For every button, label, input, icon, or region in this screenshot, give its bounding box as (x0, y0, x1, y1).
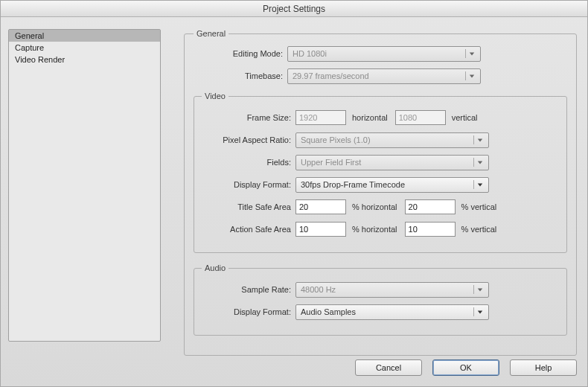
dialog-button-row: Cancel OK Help (355, 359, 577, 376)
pixel-aspect-dropdown: Square Pixels (1.0) (295, 132, 489, 148)
frame-size-label: Frame Size: (202, 113, 291, 122)
fields-value: Upper Field First (301, 158, 361, 167)
timebase-dropdown: 29.97 frames/second (287, 68, 481, 84)
sidebar-item-capture[interactable]: Capture (9, 42, 160, 54)
sidebar-item-video-render[interactable]: Video Render (9, 54, 160, 65)
action-safe-h-input[interactable] (295, 222, 346, 237)
chevron-down-icon (473, 158, 485, 167)
action-safe-v-input[interactable] (405, 222, 456, 237)
window-title: Project Settings (1, 1, 587, 17)
fields-dropdown: Upper Field First (295, 155, 489, 170)
ok-button[interactable]: OK (432, 359, 499, 376)
action-safe-label: Action Safe Area (202, 225, 291, 234)
editing-mode-dropdown: HD 1080i (287, 46, 481, 62)
fields-label: Fields: (202, 158, 291, 167)
video-display-format-label: Display Format: (202, 180, 291, 189)
audio-display-format-dropdown[interactable]: Audio Samples (295, 304, 489, 320)
title-safe-label: Title Safe Area (202, 202, 291, 211)
chevron-down-icon (473, 180, 485, 189)
editing-mode-value: HD 1080i (293, 49, 327, 58)
frame-width-input (295, 110, 346, 125)
chevron-down-icon (465, 71, 477, 80)
frame-height-input (395, 110, 446, 125)
sample-rate-dropdown: 48000 Hz (295, 282, 489, 298)
chevron-down-icon (473, 285, 485, 294)
title-safe-v-unit: % vertical (461, 202, 497, 211)
timebase-value: 29.97 frames/second (293, 71, 369, 80)
title-safe-v-input[interactable] (405, 199, 456, 214)
video-display-format-dropdown[interactable]: 30fps Drop-Frame Timecode (295, 177, 489, 193)
help-button[interactable]: Help (510, 359, 577, 376)
general-panel: General Editing Mode: HD 1080i Timebase:… (172, 23, 580, 349)
video-group: Video Frame Size: horizontal vertical Pi… (194, 92, 567, 253)
action-safe-v-unit: % vertical (461, 225, 497, 234)
title-safe-h-unit: % horizontal (352, 202, 397, 211)
audio-display-format-label: Display Format: (202, 307, 291, 316)
sample-rate-label: Sample Rate: (202, 285, 291, 294)
timebase-label: Timebase: (194, 71, 283, 80)
editing-mode-label: Editing Mode: (194, 49, 283, 58)
video-legend: Video (202, 92, 229, 100)
pixel-aspect-label: Pixel Aspect Ratio: (202, 135, 291, 144)
chevron-down-icon (473, 307, 485, 316)
general-legend: General (194, 29, 229, 38)
audio-group: Audio Sample Rate: 48000 Hz Display Form… (194, 263, 567, 336)
frame-horizontal-label: horizontal (352, 113, 388, 122)
action-safe-h-unit: % horizontal (352, 225, 397, 234)
project-settings-window: Project Settings General Capture Video R… (0, 0, 588, 387)
general-group: General Editing Mode: HD 1080i Timebase:… (184, 29, 577, 356)
settings-category-list[interactable]: General Capture Video Render (8, 29, 161, 342)
sample-rate-value: 48000 Hz (301, 285, 336, 294)
content-area: General Capture Video Render General Edi… (8, 23, 580, 349)
audio-display-format-value: Audio Samples (301, 307, 356, 316)
audio-legend: Audio (202, 263, 229, 272)
chevron-down-icon (473, 135, 485, 144)
sidebar-item-general[interactable]: General (9, 30, 160, 42)
video-display-format-value: 30fps Drop-Frame Timecode (301, 180, 405, 189)
frame-vertical-label: vertical (452, 113, 478, 122)
pixel-aspect-value: Square Pixels (1.0) (301, 135, 371, 144)
cancel-button[interactable]: Cancel (355, 359, 422, 376)
title-safe-h-input[interactable] (295, 199, 346, 214)
chevron-down-icon (465, 49, 477, 58)
